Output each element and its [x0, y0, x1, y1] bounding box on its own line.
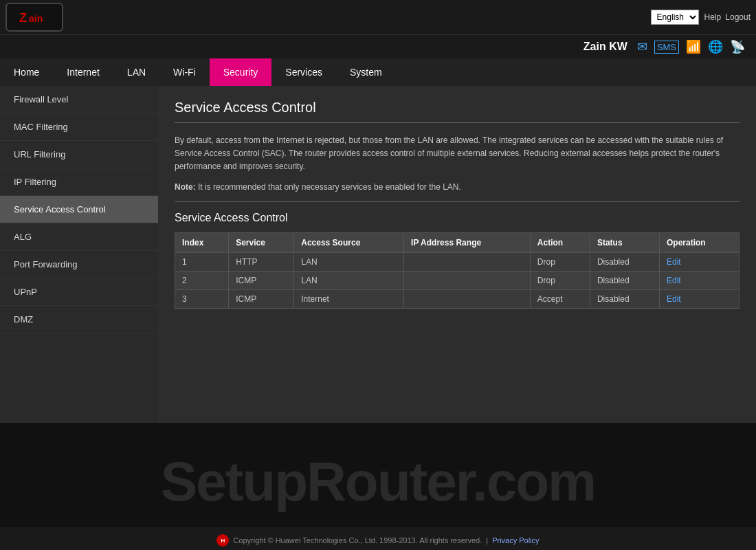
- cell-operation: Edit: [659, 252, 739, 271]
- col-service: Service: [229, 232, 294, 252]
- edit-link[interactable]: Edit: [667, 257, 681, 267]
- cell-index: 1: [175, 252, 229, 271]
- col-access-source: Access Source: [294, 232, 404, 252]
- watermark-text: SetupRouter.com: [7, 450, 749, 514]
- sidebar-item-url-filtering[interactable]: URL Filtering: [0, 141, 158, 168]
- globe-icon: 🌐: [708, 39, 723, 54]
- main-content: Service Access Control By default, acces…: [158, 86, 756, 423]
- cell-service: ICMP: [229, 271, 294, 289]
- sidebar-item-service-access-control[interactable]: Service Access Control: [0, 196, 158, 223]
- sidebar-item-port-forwarding[interactable]: Port Forwarding: [0, 251, 158, 278]
- sac-table: Index Service Access Source IP Address R…: [175, 232, 740, 309]
- page-title: Service Access Control: [175, 100, 740, 116]
- nav-internet[interactable]: Internet: [53, 58, 113, 86]
- top-right-controls: English Arabic Help Logout: [651, 10, 751, 25]
- nav-wifi[interactable]: Wi-Fi: [159, 58, 210, 86]
- nav-services[interactable]: Services: [271, 58, 336, 86]
- sidebar-item-mac-filtering[interactable]: MAC Filtering: [0, 113, 158, 141]
- copyright-bar: H Copyright © Huawei Technologies Co., L…: [0, 527, 756, 550]
- cell-ip-range: [404, 289, 531, 308]
- sidebar-item-alg[interactable]: ALG: [0, 223, 158, 251]
- cell-status: Disabled: [590, 271, 659, 289]
- copyright-separator: |: [486, 536, 488, 544]
- watermark-section: SetupRouter.com: [0, 423, 756, 527]
- mail-icon: ✉: [637, 39, 647, 54]
- nav-system[interactable]: System: [336, 58, 396, 86]
- main-nav: Home Internet LAN Wi-Fi Security Service…: [0, 58, 756, 86]
- nav-home[interactable]: Home: [0, 58, 53, 86]
- sidebar-item-upnp[interactable]: UPnP: [0, 278, 158, 306]
- table-row: 1HTTPLANDropDisabledEdit: [175, 252, 740, 271]
- svg-text:Z: Z: [19, 11, 27, 25]
- sidebar-item-firewall-level[interactable]: Firewall Level: [0, 86, 158, 113]
- cell-index: 3: [175, 289, 229, 308]
- logo-area: Z ain: [5, 3, 63, 32]
- table-row: 3ICMPInternetAcceptDisabledEdit: [175, 289, 740, 308]
- svg-text:ain: ain: [29, 13, 43, 24]
- sidebar-item-ip-filtering[interactable]: IP Filtering: [0, 168, 158, 196]
- wifi-icon: 📡: [730, 39, 745, 54]
- col-action: Action: [530, 232, 590, 252]
- help-link[interactable]: Help: [704, 12, 722, 22]
- cell-access-source: Internet: [294, 289, 404, 308]
- privacy-policy-link[interactable]: Privacy Policy: [492, 536, 539, 544]
- copyright-text: Copyright © Huawei Technologies Co., Ltd…: [233, 536, 482, 544]
- cell-access-source: LAN: [294, 271, 404, 289]
- cell-operation: Edit: [659, 289, 739, 308]
- cell-service: HTTP: [229, 252, 294, 271]
- nav-security[interactable]: Security: [210, 58, 272, 86]
- signal-icon: 📶: [686, 39, 701, 54]
- cell-status: Disabled: [590, 289, 659, 308]
- cell-index: 2: [175, 271, 229, 289]
- description-text: By default, access from the Internet is …: [175, 134, 740, 174]
- cell-operation: Edit: [659, 271, 739, 289]
- nav-lan[interactable]: LAN: [113, 58, 159, 86]
- note-content: It is recommended that only necessary se…: [198, 182, 461, 192]
- sidebar: Firewall Level MAC Filtering URL Filteri…: [0, 86, 158, 423]
- edit-link[interactable]: Edit: [667, 294, 681, 304]
- edit-link[interactable]: Edit: [667, 276, 681, 285]
- cell-action: Drop: [530, 271, 590, 289]
- table-body: 1HTTPLANDropDisabledEdit2ICMPLANDropDisa…: [175, 252, 740, 308]
- sms-icon: SMS: [654, 41, 679, 54]
- cell-service: ICMP: [229, 289, 294, 308]
- zain-logo-svg: Z ain: [14, 7, 55, 28]
- title-divider: [175, 122, 740, 123]
- col-ip-range: IP Address Range: [404, 232, 531, 252]
- description-box: By default, access from the Internet is …: [175, 134, 740, 174]
- note-text: Note: It is recommended that only necess…: [175, 182, 740, 192]
- section-divider: [175, 201, 740, 202]
- logo-box: Z ain: [5, 3, 63, 32]
- cell-ip-range: [404, 252, 531, 271]
- brand-bar: Zain KW ✉ SMS 📶 🌐 📡: [0, 35, 756, 58]
- cell-access-source: LAN: [294, 252, 404, 271]
- col-status: Status: [590, 232, 659, 252]
- cell-status: Disabled: [590, 252, 659, 271]
- sidebar-item-dmz[interactable]: DMZ: [0, 306, 158, 333]
- top-bar: Z ain English Arabic Help Logout: [0, 0, 756, 35]
- col-index: Index: [175, 232, 229, 252]
- logout-link[interactable]: Logout: [725, 12, 751, 22]
- cell-action: Accept: [530, 289, 590, 308]
- section-title: Service Access Control: [175, 212, 740, 224]
- help-logout-links: Help Logout: [704, 12, 751, 22]
- brand-name: Zain KW: [583, 41, 627, 53]
- cell-action: Drop: [530, 252, 590, 271]
- content-wrapper: Firewall Level MAC Filtering URL Filteri…: [0, 86, 756, 423]
- table-header-row: Index Service Access Source IP Address R…: [175, 232, 740, 252]
- huawei-logo: H: [216, 534, 229, 547]
- language-select[interactable]: English Arabic: [651, 10, 699, 25]
- col-operation: Operation: [659, 232, 739, 252]
- note-label: Note:: [175, 182, 198, 192]
- cell-ip-range: [404, 271, 531, 289]
- table-row: 2ICMPLANDropDisabledEdit: [175, 271, 740, 289]
